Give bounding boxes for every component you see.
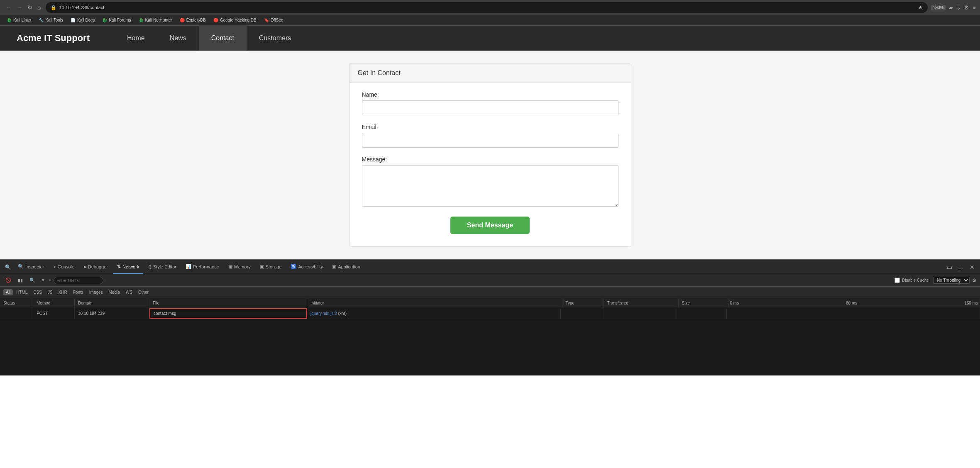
col-header-initiator[interactable]: Initiator bbox=[307, 298, 562, 308]
contact-page-title: Get In Contact bbox=[358, 69, 401, 76]
style-editor-icon: {} bbox=[148, 264, 151, 269]
download-icon[interactable]: ⇓ bbox=[956, 5, 961, 11]
bookmark-offsec[interactable]: 🔖 OffSec bbox=[261, 17, 286, 23]
email-label: Email: bbox=[362, 124, 618, 130]
console-label: Console bbox=[58, 264, 74, 269]
nav-home[interactable]: Home bbox=[115, 26, 157, 51]
filter-all-button[interactable]: All bbox=[3, 289, 13, 295]
disable-cache-checkbox[interactable] bbox=[894, 278, 900, 283]
nav-contact[interactable]: Contact bbox=[199, 26, 247, 51]
col-header-type[interactable]: Type bbox=[562, 298, 604, 308]
extensions-icon[interactable]: ▰ bbox=[949, 5, 953, 11]
devtools-tab-console[interactable]: > Console bbox=[49, 260, 78, 274]
page-content: Get In Contact Name: Email: Message: Sen… bbox=[0, 51, 980, 259]
menu-icon[interactable]: ≡ bbox=[973, 5, 976, 11]
style-editor-label: Style Editor bbox=[153, 264, 176, 269]
bookmark-exploit-db-label: Exploit-DB bbox=[186, 18, 206, 22]
filter-html-button[interactable]: HTML bbox=[14, 289, 30, 295]
row-status bbox=[0, 308, 33, 319]
col-header-timeline: 0 ms 80 ms 160 ms bbox=[728, 298, 980, 308]
throttle-select[interactable]: No Throttling bbox=[933, 277, 970, 284]
bookmark-kali-forums[interactable]: 🐉 Kali Forums bbox=[99, 17, 134, 23]
address-bar[interactable]: 🔒 10.10.194.239/contact ★ bbox=[46, 2, 927, 13]
col-header-size[interactable]: Size bbox=[679, 298, 728, 308]
devtools-tab-debugger[interactable]: ● Debugger bbox=[79, 260, 112, 274]
filter-other-button[interactable]: Other bbox=[136, 289, 151, 295]
bookmark-kali-docs[interactable]: 📄 Kali Docs bbox=[67, 17, 98, 23]
back-button[interactable]: ← bbox=[4, 3, 13, 12]
col-header-file[interactable]: File bbox=[149, 298, 307, 308]
exploit-db-icon: 🔴 bbox=[180, 18, 185, 22]
devtools-inspect-button[interactable]: 🔍 bbox=[3, 263, 13, 271]
bookmark-kali-nethunter[interactable]: 🐉 Kali NetHunter bbox=[135, 17, 176, 23]
bookmark-kali-linux[interactable]: 🐉 Kali Linux bbox=[3, 17, 34, 23]
network-column-headers: Status Method Domain File Initiator Type… bbox=[0, 298, 980, 308]
filter-images-button[interactable]: Images bbox=[87, 289, 105, 295]
filter-urls-input[interactable] bbox=[54, 277, 103, 284]
form-submit-row: Send Message bbox=[362, 217, 618, 234]
filter-js-button[interactable]: JS bbox=[45, 289, 55, 295]
filter-ws-button[interactable]: WS bbox=[123, 289, 135, 295]
browser-toolbar: ← → ↻ ⌂ 🔒 10.10.194.239/contact ★ 190% ▰… bbox=[0, 0, 980, 15]
clear-network-button[interactable]: 🚫 bbox=[3, 277, 13, 284]
timeline-marker-0ms: 0 ms bbox=[730, 301, 739, 305]
lock-icon: 🔒 bbox=[51, 5, 56, 10]
row-file: contact-msg bbox=[149, 308, 307, 319]
devtools-tab-network[interactable]: ⇅ Network bbox=[113, 260, 143, 274]
devtools-tab-inspector[interactable]: 🔍 Inspector bbox=[14, 260, 48, 274]
bookmark-exploit-db[interactable]: 🔴 Exploit-DB bbox=[176, 17, 209, 23]
col-header-transferred[interactable]: Transferred bbox=[604, 298, 679, 308]
bookmark-kali-docs-label: Kali Docs bbox=[77, 18, 95, 22]
search-network-button[interactable]: 🔍 bbox=[27, 277, 37, 284]
nav-customers[interactable]: Customers bbox=[247, 26, 303, 51]
email-input[interactable] bbox=[362, 133, 618, 148]
debugger-icon: ● bbox=[83, 264, 86, 269]
initiator-link[interactable]: jquery.min.js:2 bbox=[310, 311, 337, 316]
filter-fonts-button[interactable]: Fonts bbox=[71, 289, 86, 295]
performance-label: Performance bbox=[193, 264, 219, 269]
devtools-tab-accessibility[interactable]: ♿ Accessibility bbox=[286, 260, 327, 274]
devtools-undock-button[interactable]: ▭ bbox=[945, 263, 954, 271]
network-settings-icon[interactable]: ⚙ bbox=[972, 278, 977, 283]
contact-form: Name: Email: Message: Send Message bbox=[349, 83, 631, 246]
bookmark-google-hacking-db[interactable]: 🔴 Google Hacking DB bbox=[210, 17, 260, 23]
settings-icon[interactable]: ⚙ bbox=[964, 5, 969, 11]
devtools-tab-performance[interactable]: 📊 Performance bbox=[181, 260, 223, 274]
pause-network-button[interactable]: ▮▮ bbox=[16, 277, 25, 284]
nav-news[interactable]: News bbox=[157, 26, 199, 51]
row-domain: 10.10.194.239 bbox=[75, 308, 149, 319]
nav-links: Home News Contact Customers bbox=[115, 26, 303, 51]
kali-linux-icon: 🐉 bbox=[7, 18, 12, 22]
filter-css-button[interactable]: CSS bbox=[31, 289, 44, 295]
devtools-tab-style-editor[interactable]: {} Style Editor bbox=[144, 260, 181, 274]
site-brand[interactable]: Acme IT Support bbox=[17, 33, 90, 44]
col-header-domain[interactable]: Domain bbox=[75, 298, 149, 308]
table-row[interactable]: POST 10.10.194.239 contact-msg jquery.mi… bbox=[0, 308, 980, 319]
devtools-tab-application[interactable]: ▣ Application bbox=[328, 260, 364, 274]
devtools-minimize-button[interactable]: … bbox=[956, 263, 966, 271]
filter-xhr-button[interactable]: XHR bbox=[56, 289, 70, 295]
devtools-tab-storage[interactable]: ▣ Storage bbox=[256, 260, 286, 274]
browser-actions: 190% ▰ ⇓ ⚙ ≡ bbox=[931, 5, 976, 11]
message-textarea[interactable] bbox=[362, 165, 618, 207]
refresh-button[interactable]: ↻ bbox=[26, 3, 34, 12]
bookmarks-bar: 🐉 Kali Linux 🔧 Kali Tools 📄 Kali Docs 🐉 … bbox=[0, 15, 980, 26]
forward-button[interactable]: → bbox=[15, 3, 24, 12]
inspector-label: Inspector bbox=[25, 264, 44, 269]
col-header-status[interactable]: Status bbox=[0, 298, 33, 308]
accessibility-icon: ♿ bbox=[291, 264, 296, 269]
filter-media-button[interactable]: Media bbox=[106, 289, 122, 295]
debugger-label: Debugger bbox=[88, 264, 108, 269]
name-input[interactable] bbox=[362, 100, 618, 115]
initiator-type: (xhr) bbox=[338, 311, 347, 316]
row-size bbox=[677, 308, 727, 319]
bookmark-kali-tools[interactable]: 🔧 Kali Tools bbox=[35, 17, 66, 23]
col-header-method[interactable]: Method bbox=[33, 298, 75, 308]
devtools-tab-memory[interactable]: ▣ Memory bbox=[224, 260, 255, 274]
home-button[interactable]: ⌂ bbox=[36, 3, 42, 12]
devtools-close-button[interactable]: ✕ bbox=[968, 263, 977, 271]
send-message-button[interactable]: Send Message bbox=[450, 217, 530, 234]
star-icon[interactable]: ★ bbox=[918, 5, 923, 10]
filter-network-button[interactable]: ▾ bbox=[40, 277, 46, 284]
storage-label: Storage bbox=[266, 264, 282, 269]
